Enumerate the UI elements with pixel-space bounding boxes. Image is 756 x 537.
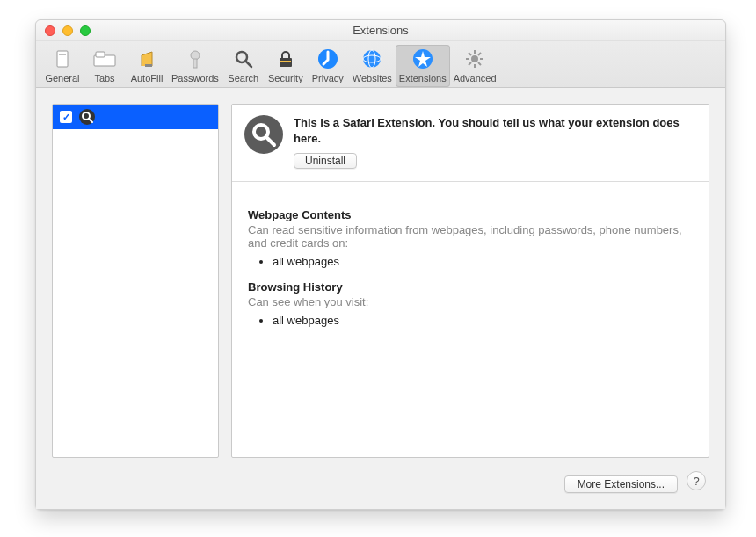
tab-label: Tabs (94, 73, 114, 83)
extension-item-icon (79, 109, 95, 125)
svg-rect-10 (280, 61, 291, 62)
security-icon (273, 47, 298, 71)
preferences-window: Extensions General Tabs AutoFill Passwor… (35, 19, 726, 510)
passwords-icon (183, 47, 207, 71)
tab-label: General (45, 73, 79, 83)
svg-line-22 (469, 53, 471, 55)
tab-advanced[interactable]: Advanced (450, 45, 500, 87)
svg-point-12 (363, 50, 381, 68)
svg-point-17 (471, 55, 478, 62)
uninstall-button[interactable]: Uninstall (294, 153, 357, 169)
permission-section-subtitle: Can see when you visit: (248, 295, 693, 308)
search-icon (231, 47, 256, 71)
preferences-toolbar: General Tabs AutoFill Passwords Search (36, 41, 725, 88)
advanced-icon (462, 47, 487, 71)
svg-rect-0 (57, 51, 68, 67)
tab-general[interactable]: General (41, 45, 84, 87)
tab-label: Privacy (312, 73, 344, 83)
tab-search[interactable]: Search (222, 45, 265, 87)
extension-large-icon (244, 115, 283, 154)
tab-passwords[interactable]: Passwords (168, 45, 222, 87)
tab-privacy[interactable]: Privacy (307, 45, 349, 87)
more-extensions-button[interactable]: More Extensions... (564, 475, 678, 493)
tab-label: Extensions (399, 73, 447, 83)
extension-detail-panel: This is a Safari Extension. You should t… (231, 104, 709, 458)
title-bar: Extensions (36, 20, 725, 41)
permission-section-title: Browsing History (248, 280, 693, 294)
extensions-sidebar: ✓ (52, 104, 219, 458)
permission-section-subtitle: Can read sensitive information from webp… (248, 223, 693, 250)
svg-line-23 (478, 62, 481, 65)
extension-enabled-checkbox[interactable]: ✓ (60, 111, 72, 123)
permission-item: all webpages (273, 314, 693, 327)
svg-rect-6 (193, 59, 197, 68)
tab-label: Search (228, 73, 258, 83)
window-title: Extensions (36, 24, 725, 37)
permission-item: all webpages (273, 255, 693, 268)
tabs-icon (92, 47, 117, 71)
tab-label: AutoFill (131, 73, 164, 83)
extension-description: This is a Safari Extension. You should t… (294, 115, 696, 146)
tab-label: Websites (353, 73, 392, 83)
svg-line-8 (246, 62, 251, 67)
content-area: ✓ This is a Safari Extension. You should… (36, 88, 725, 509)
svg-rect-4 (145, 64, 152, 67)
footer-bar: More Extensions... ? (52, 468, 709, 493)
tab-label: Security (268, 73, 303, 83)
permission-section-title: Webpage Contents (248, 208, 693, 221)
svg-line-27 (89, 119, 92, 122)
websites-icon (360, 47, 384, 71)
svg-rect-1 (59, 54, 66, 55)
tab-websites[interactable]: Websites (349, 45, 396, 87)
tab-extensions[interactable]: Extensions (396, 45, 450, 87)
help-button[interactable]: ? (687, 471, 706, 490)
autofill-icon (134, 47, 159, 71)
extension-list-item[interactable]: ✓ (53, 105, 218, 129)
svg-line-24 (469, 62, 471, 65)
svg-line-25 (478, 53, 481, 55)
svg-rect-3 (96, 52, 105, 57)
tab-autofill[interactable]: AutoFill (126, 45, 168, 87)
extensions-icon (411, 47, 435, 71)
extension-permissions: Webpage Contents Can read sensitive info… (232, 182, 709, 350)
general-icon (50, 47, 75, 71)
tab-security[interactable]: Security (265, 45, 307, 87)
tab-label: Passwords (171, 73, 219, 83)
tab-tabs[interactable]: Tabs (84, 45, 126, 87)
privacy-icon (316, 47, 340, 71)
svg-line-29 (267, 138, 274, 145)
tab-label: Advanced (454, 73, 497, 83)
